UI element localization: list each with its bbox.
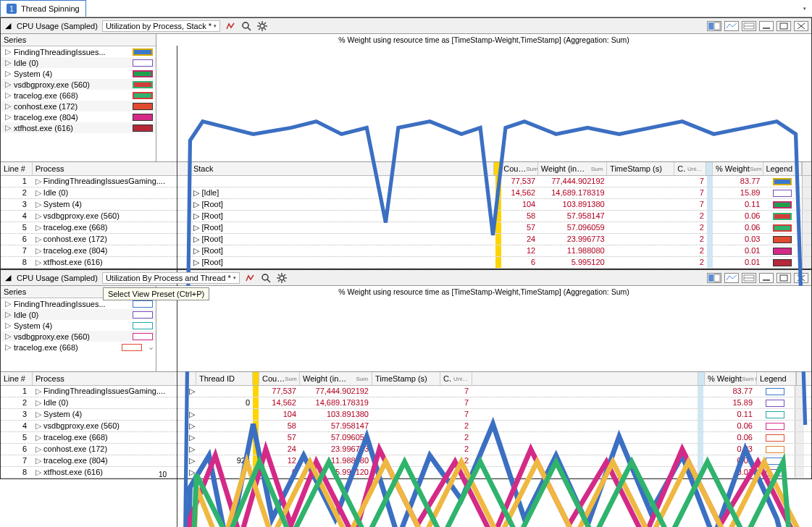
expand-icon[interactable]: ▷ (5, 90, 11, 100)
layout-button-2[interactable] (724, 21, 739, 31)
svg-line-1 (248, 28, 251, 30)
color-swatch (133, 92, 153, 99)
tab-overflow-button[interactable]: ▾ (798, 0, 812, 17)
panel2-title: CPU Usage (Sampled) (17, 274, 98, 282)
view-preset-dropdown[interactable]: Utilization By Process and Thread * ▾ Se… (102, 272, 240, 284)
chart-lines (177, 298, 808, 527)
color-swatch (133, 49, 153, 56)
expand-icon[interactable]: ▷ (5, 58, 11, 67)
series-label: System (4) (14, 69, 52, 78)
expand-icon[interactable]: ▷ (5, 47, 11, 56)
color-swatch (133, 103, 153, 110)
panel-cpu-usage-1: ◢ CPU Usage (Sampled) Utilization by Pro… (0, 17, 812, 269)
color-swatch (133, 300, 153, 308)
chart-panel: % Weight using resource time as [TimeSta… (156, 34, 811, 161)
series-item[interactable]: ▷ xtfhost.exe (616) (1, 122, 156, 133)
series-label: Idle (0) (14, 311, 38, 319)
series-item[interactable]: ▷ Idle (0) (1, 57, 156, 68)
preset-label: Utilization By Process and Thread * (106, 274, 231, 282)
tab-title: Thread Spinning (21, 4, 80, 13)
svg-line-7 (259, 22, 260, 24)
svg-line-8 (264, 28, 266, 30)
color-swatch (133, 70, 153, 77)
series-label: vsdbgproxy.exe (560) (14, 332, 90, 341)
color-swatch (133, 125, 153, 132)
series-header: Series (1, 34, 156, 46)
chevron-down-icon: ▾ (803, 6, 806, 12)
color-swatch (133, 311, 153, 319)
svg-line-9 (259, 28, 260, 30)
chart-icon[interactable] (225, 20, 236, 32)
series-list[interactable]: ▷ FindingThreadingIssues... ▷ Idle (0) ▷… (1, 46, 156, 161)
series-label: tracelog.exe (668) (14, 91, 78, 100)
series-item[interactable]: ▷ tracelog.exe (668) (1, 90, 156, 101)
collapse-icon[interactable]: ◢ (4, 273, 12, 282)
tooltip: Select View Preset (Ctrl+P) (103, 287, 209, 300)
expand-icon[interactable]: ▷ (5, 80, 11, 89)
layout-button-1[interactable] (707, 21, 721, 31)
expand-icon[interactable]: ▷ (5, 69, 11, 78)
chart-panel: % Weight using resource time as [TimeSta… (156, 286, 811, 371)
chevron-down-icon[interactable]: ⌄ (148, 342, 154, 352)
expand-icon[interactable]: ▷ (5, 101, 11, 111)
series-item[interactable]: ▷ System (4) (1, 68, 156, 79)
series-label: tracelog.exe (668) (14, 343, 78, 352)
series-item[interactable]: ▷ tracelog.exe (668) ⌄ (1, 342, 156, 353)
search-icon[interactable] (240, 20, 252, 32)
expand-icon[interactable]: ▷ (5, 321, 11, 330)
panel-cpu-usage-2: ◢ CPU Usage (Sampled) Utilization By Pro… (0, 269, 812, 479)
color-swatch (133, 81, 153, 88)
expand-icon[interactable]: ▷ (5, 342, 11, 352)
preset-label: Utilization by Process, Stack * (106, 22, 212, 30)
series-item[interactable]: ▷ vsdbgproxy.exe (560) (1, 79, 156, 90)
series-item[interactable]: ▷ tracelog.exe (804) (1, 111, 156, 122)
panel1-title: CPU Usage (Sampled) (17, 22, 98, 30)
series-item[interactable]: ▷ Idle (0) (1, 309, 156, 320)
tab-thread-spinning[interactable]: 1 Thread Spinning (0, 0, 86, 17)
series-label: FindingThreadingIssues... (14, 300, 106, 308)
svg-point-2 (260, 24, 264, 28)
expand-icon[interactable]: ▷ (5, 112, 11, 122)
gear-icon[interactable] (256, 20, 268, 32)
chart-title: % Weight using resource time as [TimeSta… (156, 34, 811, 46)
view-preset-dropdown[interactable]: Utilization by Process, Stack * ▾ (102, 20, 220, 32)
series-label: FindingThreadingIssues... (14, 48, 106, 56)
svg-rect-12 (714, 22, 720, 30)
minimize-button[interactable] (759, 21, 774, 31)
svg-point-0 (243, 22, 248, 28)
chart-area[interactable]: 10 0 012345678910111213 (177, 298, 808, 527)
chevron-down-icon: ▾ (233, 275, 236, 281)
tab-number-badge: 1 (7, 4, 17, 14)
chevron-down-icon: ▾ (214, 23, 217, 29)
color-swatch (133, 59, 153, 67)
color-swatch (122, 344, 142, 351)
layout-button-3[interactable] (742, 21, 756, 31)
svg-line-10 (264, 22, 266, 24)
series-panel: Series ▷ FindingThreadingIssues... ▷ Idl… (1, 34, 156, 161)
series-item[interactable]: ▷ FindingThreadingIssues... (1, 46, 156, 57)
series-item[interactable]: ▷ vsdbgproxy.exe (560) (1, 331, 156, 342)
series-label: tracelog.exe (804) (14, 113, 78, 122)
series-label: conhost.exe (172) (14, 102, 78, 111)
tab-bar: 1 Thread Spinning ▾ (0, 0, 812, 17)
expand-icon[interactable]: ▷ (5, 299, 11, 308)
chart-title: % Weight using resource time as [TimeSta… (156, 286, 811, 298)
expand-icon[interactable]: ▷ (5, 310, 11, 319)
series-item[interactable]: ▷ conhost.exe (172) (1, 101, 156, 111)
collapse-icon[interactable]: ◢ (4, 21, 12, 30)
series-label: Idle (0) (14, 59, 38, 67)
color-swatch (133, 333, 153, 340)
close-button[interactable] (794, 21, 808, 31)
series-item[interactable]: ▷ System (4) (1, 320, 156, 331)
expand-icon[interactable]: ▷ (5, 332, 11, 341)
panel1-toolbar: ◢ CPU Usage (Sampled) Utilization by Pro… (1, 18, 811, 34)
expand-icon[interactable]: ▷ (5, 123, 11, 132)
svg-rect-11 (708, 22, 713, 30)
svg-rect-16 (780, 23, 787, 29)
series-label: xtfhost.exe (616) (14, 124, 73, 132)
series-label: vsdbgproxy.exe (560) (14, 80, 90, 89)
maximize-button[interactable] (777, 21, 791, 31)
series-list[interactable]: ▷ FindingThreadingIssues... ▷ Idle (0) ▷… (1, 298, 156, 371)
color-swatch (133, 114, 153, 121)
color-swatch (133, 322, 153, 329)
